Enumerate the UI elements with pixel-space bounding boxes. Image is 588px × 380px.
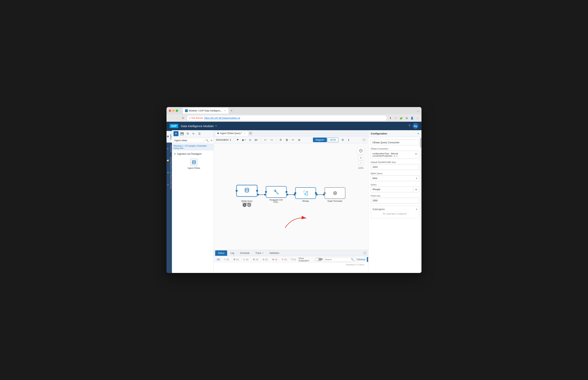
copy-button[interactable]: ⧉ bbox=[278, 137, 283, 142]
bookmark-icon[interactable]: ☆ bbox=[394, 116, 398, 120]
profile-icon[interactable]: 👤 bbox=[410, 116, 414, 120]
subengines-add-button[interactable]: + bbox=[416, 208, 418, 211]
graph-node-ingest-odata[interactable]: Ingest OData bbox=[173, 156, 212, 171]
tab-log[interactable]: Log bbox=[228, 250, 237, 256]
delete-button[interactable]: 🗑 bbox=[284, 137, 289, 142]
validate-button[interactable]: ⚑ bbox=[235, 137, 240, 142]
browser-tab-close[interactable]: × bbox=[224, 109, 226, 112]
copy-graph-button[interactable]: ⧉ bbox=[186, 131, 190, 136]
forward-button[interactable]: › bbox=[175, 116, 179, 120]
subgraphs-toggle[interactable]: OFF bbox=[315, 258, 322, 261]
diagram-tab-ingest-odata[interactable]: Ingest OData Query * × bbox=[215, 131, 248, 136]
fetch-size-value[interactable]: 1000 bbox=[371, 198, 419, 204]
save-graph-button[interactable]: 💾 bbox=[180, 131, 184, 136]
settings-icon[interactable]: ⚙ bbox=[340, 137, 345, 142]
node-port-odata-left[interactable] bbox=[236, 190, 238, 192]
sidebar-item-repository[interactable]: 📁 Repository bbox=[167, 155, 172, 167]
filter-dead[interactable]: ✕ (0) bbox=[280, 258, 288, 261]
share-icon[interactable]: ⬆ bbox=[388, 116, 393, 120]
fullscreen-button[interactable]: ⊡ bbox=[362, 138, 366, 142]
trace-tab-close[interactable]: × bbox=[262, 252, 263, 254]
refresh-graphs-button[interactable]: ↻ bbox=[191, 131, 196, 136]
node-port-terminator-left[interactable] bbox=[324, 192, 326, 194]
filter-success[interactable]: ✓ (0) bbox=[222, 258, 231, 261]
pan-control[interactable] bbox=[357, 146, 365, 155]
search-clear-icon[interactable]: × bbox=[204, 139, 205, 142]
cleanup-button[interactable]: Cleanup bbox=[357, 258, 365, 261]
zoom-out-button[interactable]: − bbox=[358, 161, 363, 165]
config-scrollbar-track[interactable] bbox=[420, 137, 421, 273]
node-port-odata-right[interactable] bbox=[256, 190, 258, 192]
info-icon[interactable]: ℹ bbox=[346, 137, 351, 142]
bottom-panel-expand[interactable]: ⊡ bbox=[363, 251, 367, 255]
filter-streaming[interactable]: ∿ (0) bbox=[241, 258, 250, 261]
node-gear-button[interactable]: ⚙ bbox=[243, 203, 247, 207]
run-button[interactable]: ▶▾ bbox=[241, 137, 247, 142]
filter-running[interactable]: ⚙ (0) bbox=[232, 258, 240, 261]
tab-status[interactable]: Status bbox=[215, 250, 227, 256]
node-port-flowagent-right[interactable] bbox=[286, 191, 287, 193]
varchar-size-value[interactable]: 1024 bbox=[371, 164, 419, 170]
expand-tab-button[interactable]: ⊞ bbox=[249, 132, 252, 135]
config-close-button[interactable]: × bbox=[418, 132, 419, 135]
filter-pending[interactable]: ⊙ (0) bbox=[261, 258, 269, 261]
sidebar-item-data-types[interactable]: Ω Data Types bbox=[167, 179, 172, 190]
node-box-odata[interactable] bbox=[236, 185, 257, 197]
filter-error[interactable]: ⊗ (0) bbox=[271, 258, 279, 261]
redo-button[interactable]: ↪ bbox=[269, 137, 274, 142]
window-expand[interactable]: ⌄ bbox=[417, 109, 419, 112]
zoom-in-button[interactable]: + bbox=[358, 156, 363, 160]
close-dot[interactable] bbox=[169, 110, 171, 112]
batch-query-select[interactable]: false ▼ bbox=[371, 175, 419, 181]
user-avatar[interactable]: Sy bbox=[413, 123, 419, 129]
node-delete-button[interactable]: 🗑 bbox=[247, 203, 251, 207]
grid-button[interactable]: ⊞ bbox=[297, 137, 302, 142]
browser-tab[interactable]: M Modeler | SAP Data Intelligenc... × bbox=[183, 108, 229, 114]
search-magnify-icon[interactable]: 🔍 bbox=[206, 139, 209, 142]
minimize-dot[interactable] bbox=[172, 110, 175, 112]
address-box[interactable]: ⚠ Not Secure https://35.187.68.5/app/mod… bbox=[187, 115, 387, 121]
tab-trace[interactable]: Trace × bbox=[253, 250, 266, 256]
filter-paused[interactable]: ⏸ (0) bbox=[251, 258, 260, 261]
maximize-dot[interactable] bbox=[176, 110, 178, 112]
sidebar-item-graphs[interactable]: ▦ Graphs bbox=[167, 131, 172, 143]
status-search-input[interactable] bbox=[325, 258, 350, 261]
undo-button[interactable]: ↩ bbox=[263, 137, 268, 142]
split-view-icon[interactable]: ⊞ bbox=[404, 116, 409, 120]
sidebar-item-operators[interactable]: ⚙ Operators bbox=[167, 143, 172, 154]
node-port-wiretap-left[interactable] bbox=[294, 192, 296, 194]
sidebar-item-config-types[interactable]: ⊞ Configuration Types bbox=[167, 167, 172, 178]
node-box-wiretap[interactable]: 🩺 bbox=[295, 187, 316, 199]
tab-schedule[interactable]: Schedule bbox=[237, 250, 252, 256]
query-value[interactable]: /People bbox=[371, 187, 413, 192]
node-port-flowagent-left[interactable] bbox=[265, 191, 267, 193]
edit-button[interactable]: ✏ bbox=[291, 137, 295, 142]
reload-button[interactable]: ↻ bbox=[181, 116, 186, 120]
menu-icon[interactable]: ⋮ bbox=[415, 116, 420, 120]
list-view-button[interactable]: ☰ bbox=[197, 131, 202, 136]
diagram-view-button[interactable]: Diagram bbox=[313, 137, 327, 142]
connection-edit-icon[interactable]: ✏ bbox=[415, 152, 418, 155]
back-button[interactable]: ‹ bbox=[168, 116, 173, 120]
diagram-tab-close[interactable]: × bbox=[243, 132, 246, 135]
filter-all[interactable]: All bbox=[216, 258, 221, 261]
graph-filter-button[interactable]: ≡ bbox=[211, 139, 212, 142]
tree-item-ingestion[interactable]: ▼ Ingestion via Flowagent bbox=[173, 152, 212, 156]
title-dropdown-arrow[interactable]: ▼ bbox=[215, 125, 217, 127]
json-view-button[interactable]: JSON bbox=[327, 137, 338, 142]
tab-validation[interactable]: Validation bbox=[267, 250, 282, 256]
view-list-button[interactable] bbox=[367, 257, 368, 262]
node-box-terminator[interactable]: ⊛ bbox=[325, 187, 345, 199]
extension-icon[interactable]: 🧩 bbox=[399, 116, 403, 120]
node-box-flowagent[interactable]: 🔧 bbox=[266, 186, 287, 198]
stop-button[interactable]: ⊙ bbox=[248, 137, 253, 142]
status-search-icon[interactable]: 🔍 bbox=[351, 258, 354, 261]
query-copy-button[interactable]: ⧉ bbox=[413, 187, 419, 192]
new-tab-button[interactable]: + bbox=[229, 108, 234, 113]
add-graph-button[interactable]: + bbox=[173, 131, 178, 136]
help-icon[interactable]: ? bbox=[409, 124, 410, 128]
filter-unknown[interactable]: ? (0) bbox=[290, 258, 297, 261]
diagram-canvas[interactable]: ⚙ 🗑 OData Query Consumer bbox=[214, 143, 368, 250]
graph-search-input[interactable] bbox=[174, 139, 203, 142]
snapshot-button[interactable]: ⊞▾ bbox=[254, 137, 259, 142]
